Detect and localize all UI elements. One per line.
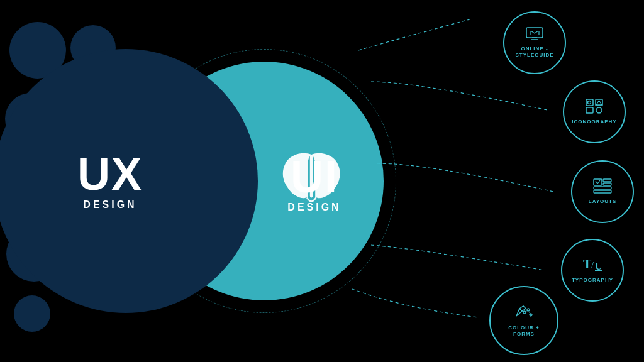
svg-rect-12 xyxy=(603,179,611,182)
bubble-layouts: LAYOUTS xyxy=(571,160,634,223)
colour-forms-icon xyxy=(514,304,533,322)
ux-main-text: UX xyxy=(77,151,143,197)
svg-rect-13 xyxy=(603,183,611,185)
bubble-colour-forms: COLOUR + FORMS xyxy=(489,286,558,355)
svg-rect-1 xyxy=(526,28,543,38)
iconography-label: ICONOGRAPHY xyxy=(572,119,616,125)
typography-icon: T / U xyxy=(582,257,602,275)
svg-rect-11 xyxy=(594,179,602,185)
colour-forms-label: COLOUR + FORMS xyxy=(508,325,540,337)
brain-icon xyxy=(267,137,355,225)
svg-point-8 xyxy=(588,101,591,104)
layouts-icon xyxy=(593,178,612,196)
svg-text:/: / xyxy=(591,261,594,270)
online-styleguide-label: ONLINE - STYLEGUIDE xyxy=(515,46,553,58)
online-styleguide-icon xyxy=(526,27,543,43)
bubble-iconography: ICONOGRAPHY xyxy=(563,80,626,143)
ux-label: UX DESIGN xyxy=(77,151,143,211)
svg-rect-0 xyxy=(310,155,313,197)
brain-svg xyxy=(274,143,349,219)
svg-point-10 xyxy=(596,107,602,113)
iconography-icon xyxy=(586,99,603,116)
bubble-online-styleguide: ONLINE - STYLEGUIDE xyxy=(503,11,566,74)
typography-label: TYPOGRAPHY xyxy=(572,277,613,283)
dot-7 xyxy=(14,295,50,332)
bubble-typography: T / U TYPOGRAPHY xyxy=(561,239,624,302)
svg-rect-15 xyxy=(594,190,611,193)
svg-rect-14 xyxy=(594,187,611,189)
layouts-label: LAYOUTS xyxy=(589,199,617,205)
svg-text:U: U xyxy=(595,261,602,272)
ux-sub-text: DESIGN xyxy=(77,199,143,211)
svg-text:T: T xyxy=(583,257,592,271)
main-scene: UX DESIGN UI DESIGN xyxy=(0,0,644,362)
svg-rect-9 xyxy=(586,107,593,113)
svg-rect-6 xyxy=(586,99,593,106)
